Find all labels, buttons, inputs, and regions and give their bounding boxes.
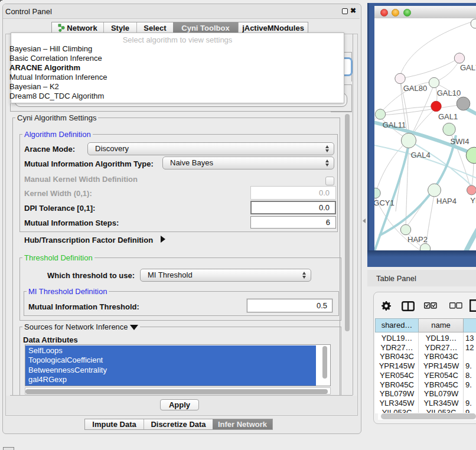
svg-text:GAL4: GAL4 (410, 151, 430, 159)
svg-text:GAL11: GAL11 (383, 120, 406, 129)
svg-text:SWI4: SWI4 (451, 137, 470, 146)
svg-text:GCY1: GCY1 (374, 198, 395, 207)
svg-text:GAL7: GAL7 (460, 63, 476, 72)
svg-text:GAL80: GAL80 (403, 84, 427, 93)
svg-text:HAP4: HAP4 (436, 197, 457, 206)
svg-text:YM: YM (470, 196, 476, 205)
svg-text:GAL10: GAL10 (437, 89, 461, 97)
svg-text:HAP2: HAP2 (407, 235, 428, 244)
svg-text:GAL1: GAL1 (438, 112, 458, 121)
